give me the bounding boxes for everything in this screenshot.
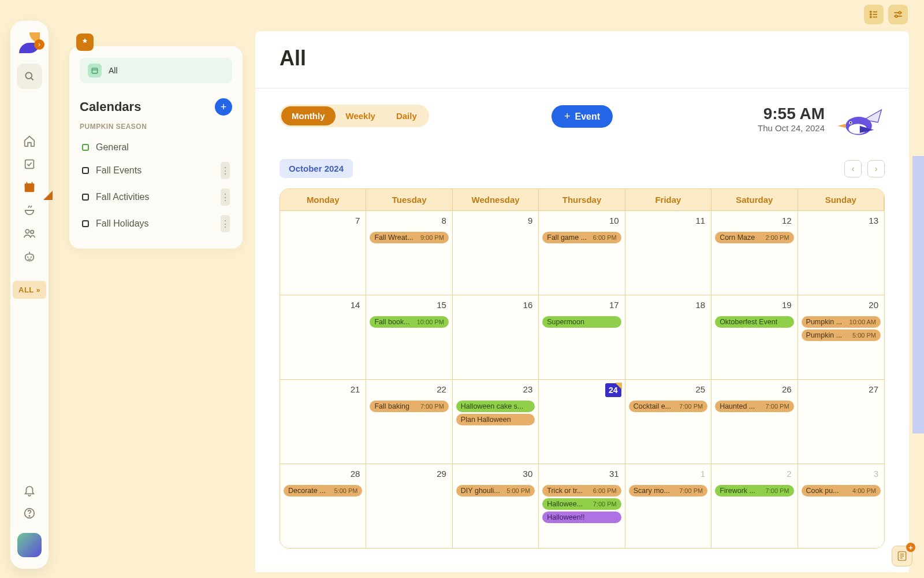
day-cell[interactable]: 18 xyxy=(625,295,711,379)
event-pill[interactable]: DIY ghouli...5:00 PM xyxy=(456,485,535,497)
calendar-item-fall-holidays[interactable]: Fall Holidays⋮ xyxy=(80,210,232,237)
day-cell[interactable]: 29 xyxy=(366,464,452,548)
event-pill[interactable]: Plan Halloween xyxy=(456,414,535,425)
nav-people[interactable] xyxy=(17,222,42,245)
svg-point-2 xyxy=(870,14,871,15)
day-cell[interactable]: 28Decorate ...5:00 PM xyxy=(280,464,366,548)
event-pill[interactable]: Decorate ...5:00 PM xyxy=(284,485,362,497)
topbar-list-button[interactable] xyxy=(864,5,884,24)
calendar-item-fall-activities[interactable]: Fall Activities⋮ xyxy=(80,184,232,210)
prev-month-button[interactable]: ‹ xyxy=(844,160,862,177)
event-pill[interactable]: Hallowee...7:00 PM xyxy=(542,498,621,510)
nav-pumpkin[interactable] xyxy=(17,245,42,268)
calendar-item-more[interactable]: ⋮ xyxy=(221,162,230,179)
day-cell[interactable]: 17Supermoon xyxy=(539,295,625,379)
day-cell[interactable]: 2Firework ...7:00 PM xyxy=(711,464,798,548)
calendar-item-general[interactable]: General xyxy=(80,138,232,157)
nav-meals[interactable] xyxy=(17,199,42,222)
user-avatar[interactable] xyxy=(17,533,42,557)
event-pill[interactable]: Scary mo...7:00 PM xyxy=(629,485,707,497)
view-daily[interactable]: Daily xyxy=(386,106,427,125)
day-cell[interactable]: 16 xyxy=(453,295,539,379)
notes-fab[interactable] xyxy=(892,546,912,566)
all-calendars-row[interactable]: All xyxy=(80,58,232,83)
day-cell[interactable]: 12Corn Maze2:00 PM xyxy=(711,210,798,295)
day-cell[interactable]: 14 xyxy=(280,295,366,379)
next-month-button[interactable]: › xyxy=(867,160,885,177)
event-title: Fall book... xyxy=(374,318,409,326)
day-cell[interactable]: 23Halloween cake s...Plan Halloween xyxy=(453,379,539,464)
nav-help[interactable] xyxy=(17,502,42,525)
event-pill[interactable]: Fall game ...6:00 PM xyxy=(542,232,621,243)
event-pill[interactable]: Firework ...7:00 PM xyxy=(715,485,793,497)
day-cell[interactable]: 1Scary mo...7:00 PM xyxy=(625,464,711,548)
day-cell[interactable]: 25Cocktail e...7:00 PM xyxy=(625,379,711,464)
nav-notifications[interactable] xyxy=(17,479,42,502)
calendar-grid: MondayTuesdayWednesdayThursdayFridaySatu… xyxy=(280,188,885,549)
list-icon xyxy=(869,9,879,20)
event-pill[interactable]: Oktoberfest Event xyxy=(715,316,793,328)
calendar-item-fall-events[interactable]: Fall Events⋮ xyxy=(80,157,232,184)
event-title: Fall game ... xyxy=(547,234,587,242)
nav-calendar[interactable] xyxy=(17,176,42,199)
day-cell[interactable]: 21 xyxy=(280,379,366,464)
day-cell[interactable]: 7 xyxy=(280,210,366,295)
search-button[interactable] xyxy=(17,64,42,89)
svg-point-0 xyxy=(870,11,871,12)
event-pill[interactable]: Fall baking7:00 PM xyxy=(370,401,448,412)
day-header: Sunday xyxy=(798,189,884,210)
svg-point-20 xyxy=(29,516,29,516)
day-number: 12 xyxy=(782,216,792,225)
nav-home[interactable] xyxy=(17,129,42,153)
day-number: 27 xyxy=(869,384,878,394)
event-pill[interactable]: Haunted ...7:00 PM xyxy=(715,401,793,412)
add-calendar-button[interactable]: + xyxy=(215,98,232,116)
event-title: Plan Halloween xyxy=(461,416,511,424)
svg-line-11 xyxy=(31,78,33,80)
panel-chip-icon xyxy=(76,34,94,51)
event-pill[interactable]: Fall book...10:00 PM xyxy=(370,316,448,328)
day-cell[interactable]: 9 xyxy=(453,210,539,295)
day-cell[interactable]: 13 xyxy=(798,210,884,295)
nav-all[interactable]: ALL» xyxy=(13,281,46,299)
event-title: Halloween!! xyxy=(547,513,584,521)
day-cell[interactable]: 27 xyxy=(798,379,884,464)
day-cell[interactable]: 15Fall book...10:00 PM xyxy=(366,295,452,379)
event-pill[interactable]: Supermoon xyxy=(542,316,621,328)
calendar-item-more[interactable]: ⋮ xyxy=(221,188,230,206)
event-time: 7:00 PM xyxy=(679,487,703,494)
event-pill[interactable]: Fall Wreat...9:00 PM xyxy=(370,232,448,243)
day-cell[interactable]: 19Oktoberfest Event xyxy=(711,295,798,379)
event-pill[interactable]: Corn Maze2:00 PM xyxy=(715,232,793,243)
event-pill[interactable]: Pumpkin ...10:00 AM xyxy=(802,316,881,328)
day-cell[interactable]: 24 xyxy=(539,379,625,464)
event-pill[interactable]: Cocktail e...7:00 PM xyxy=(629,401,707,412)
event-pill[interactable]: Cook pu...4:00 PM xyxy=(802,485,881,497)
day-number: 2 xyxy=(787,469,791,479)
add-event-button[interactable]: + Event xyxy=(552,105,613,128)
event-pill[interactable]: Halloween cake s... xyxy=(456,401,535,412)
all-calendars-icon xyxy=(88,64,102,77)
day-cell[interactable]: 11 xyxy=(625,210,711,295)
calendar-color-bullet xyxy=(82,194,89,201)
svg-rect-21 xyxy=(92,68,97,73)
expand-rail-button[interactable]: › xyxy=(34,39,44,50)
nav-tasks[interactable] xyxy=(17,153,42,176)
day-cell[interactable]: 31Trick or tr...6:00 PMHallowee...7:00 P… xyxy=(539,464,625,548)
topbar-sliders-button[interactable] xyxy=(888,5,908,24)
day-cell[interactable]: 22Fall baking7:00 PM xyxy=(366,379,452,464)
day-cell[interactable]: 10Fall game ...6:00 PM xyxy=(539,210,625,295)
calendar-item-more[interactable]: ⋮ xyxy=(221,215,230,232)
page-title: All xyxy=(255,31,909,88)
event-pill[interactable]: Pumpkin ...5:00 PM xyxy=(802,329,881,341)
view-weekly[interactable]: Weekly xyxy=(336,106,386,125)
day-cell[interactable]: 8Fall Wreat...9:00 PM xyxy=(366,210,452,295)
event-pill[interactable]: Trick or tr...6:00 PM xyxy=(542,485,621,497)
month-selector[interactable]: October 2024 xyxy=(280,159,353,178)
day-cell[interactable]: 3Cook pu...4:00 PM xyxy=(798,464,884,548)
view-monthly[interactable]: Monthly xyxy=(281,106,336,125)
event-pill[interactable]: Halloween!! xyxy=(542,512,621,523)
day-cell[interactable]: 30DIY ghouli...5:00 PM xyxy=(453,464,539,548)
day-cell[interactable]: 20Pumpkin ...10:00 AMPumpkin ...5:00 PM xyxy=(798,295,884,379)
day-cell[interactable]: 26Haunted ...7:00 PM xyxy=(711,379,798,464)
